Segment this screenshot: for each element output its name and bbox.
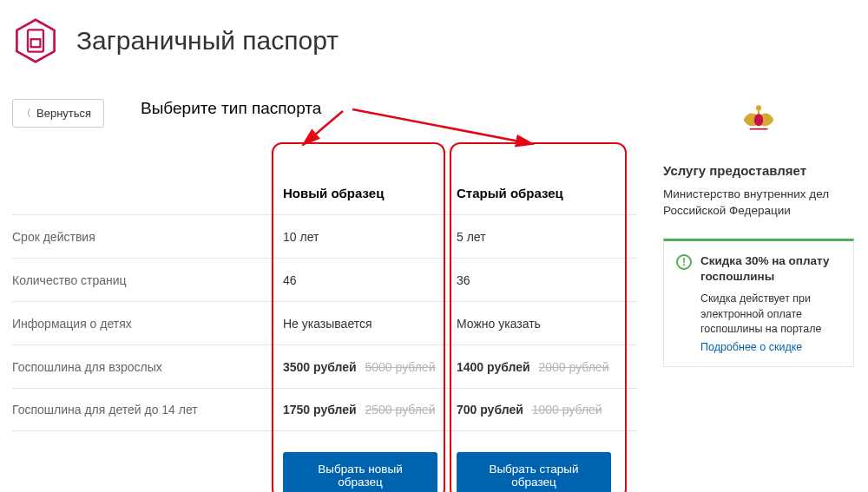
row-label-pages: Количество страниц — [12, 273, 273, 287]
svg-point-4 — [754, 114, 763, 126]
arrow-to-old-column — [351, 102, 550, 154]
cell-children-new: Не указывается — [273, 317, 446, 331]
price-current: 1400 рублей — [457, 360, 530, 374]
select-old-button[interactable]: Выбрать старый образец — [457, 452, 611, 492]
discount-box: ! Скидка 30% на оплату госпошлины Скидка… — [663, 239, 854, 367]
info-icon: ! — [676, 254, 692, 270]
cell-validity-new: 10 лет — [273, 230, 446, 244]
svg-rect-2 — [31, 39, 41, 47]
svg-marker-0 — [16, 20, 54, 62]
cell-children-old: Можно указать — [446, 317, 620, 331]
price-current: 1750 рублей — [283, 403, 357, 417]
page-header: Заграничный паспорт — [12, 17, 851, 64]
table-row: Госпошлина для взрослых 3500 рублей 5000… — [12, 344, 637, 388]
row-label-fee-child: Госпошлина для детей до 14 лет — [12, 403, 273, 417]
action-row: Выбрать новый образец Выбрать старый обр… — [12, 452, 637, 492]
cell-fee-child-old: 700 рублей 1000 рублей — [446, 403, 620, 417]
discount-link[interactable]: Подробнее о скидке — [700, 341, 802, 353]
provider-name: Министерство внутренних дел Российской Ф… — [663, 187, 854, 220]
table-header-row: Новый образец Старый образец — [12, 171, 637, 214]
cell-pages-old: 36 — [446, 273, 620, 287]
emblem-icon — [663, 99, 854, 148]
cell-pages-new: 46 — [273, 273, 446, 287]
row-label-fee-adult: Госпошлина для взрослых — [12, 360, 273, 374]
price-current: 3500 рублей — [283, 360, 357, 374]
price-old: 2000 рублей — [538, 360, 608, 374]
select-new-button[interactable]: Выбрать новый образец — [283, 452, 437, 492]
table-row: Госпошлина для детей до 14 лет 1750 рубл… — [12, 388, 637, 431]
row-label-children: Информация о детях — [12, 317, 273, 331]
annotation-label: Выберите тип паспорта — [141, 99, 321, 118]
page-title: Заграничный паспорт — [76, 26, 339, 56]
price-old: 2500 рублей — [365, 403, 435, 417]
comparison-table: Новый образец Старый образец Срок действ… — [12, 171, 637, 492]
row-label-validity: Срок действия — [12, 230, 273, 244]
back-button[interactable]: 〈 Вернуться — [12, 99, 104, 128]
column-header-new: Новый образец — [273, 186, 446, 200]
discount-title: Скидка 30% на оплату госпошлины — [700, 253, 841, 285]
price-old: 5000 рублей — [365, 360, 435, 374]
cell-fee-adult-old: 1400 рублей 2000 рублей — [446, 360, 620, 374]
cell-fee-adult-new: 3500 рублей 5000 рублей — [273, 360, 446, 374]
discount-text: Скидка действует при электронной оплате … — [700, 292, 841, 338]
provider-section-title: Услугу предоставляет — [663, 163, 854, 178]
column-header-old: Старый образец — [446, 186, 620, 200]
table-row: Срок действия 10 лет 5 лет — [12, 214, 637, 258]
price-old: 1000 рублей — [532, 403, 602, 417]
cell-fee-child-new: 1750 рублей 2500 рублей — [273, 403, 446, 417]
chevron-left-icon: 〈 — [22, 107, 31, 120]
price-current: 700 рублей — [457, 403, 523, 417]
table-row: Информация о детях Не указывается Можно … — [12, 301, 637, 344]
table-row: Количество страниц 46 36 — [12, 258, 637, 301]
passport-icon — [12, 17, 59, 64]
cell-validity-old: 5 лет — [446, 230, 620, 244]
back-button-label: Вернуться — [36, 107, 91, 120]
